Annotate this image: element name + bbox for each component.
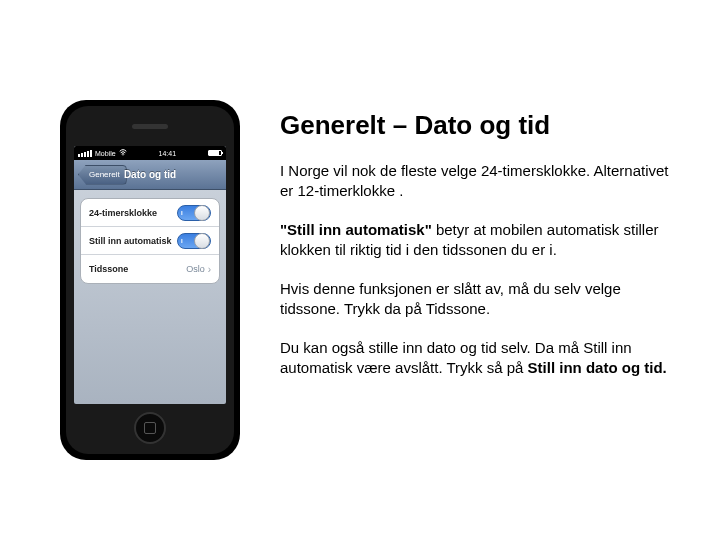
signal-icon bbox=[78, 150, 92, 157]
back-button[interactable]: Generelt bbox=[78, 165, 127, 185]
paragraph-4: Du kan også stille inn dato og tid selv.… bbox=[280, 338, 670, 377]
row-24-hour-clock[interactable]: 24-timersklokke I bbox=[81, 199, 219, 227]
carrier-label: Mobile bbox=[95, 150, 116, 157]
wifi-icon bbox=[119, 149, 127, 157]
nav-bar: Generelt Dato og tid bbox=[74, 160, 226, 190]
toggle-knob bbox=[194, 205, 210, 221]
toggle-auto[interactable]: I bbox=[177, 233, 211, 249]
toggle-knob bbox=[194, 233, 210, 249]
row-timezone[interactable]: Tidssone Oslo › bbox=[81, 255, 219, 283]
paragraph-3: Hvis denne funksjonen er slått av, må du… bbox=[280, 279, 670, 318]
p4-bold: Still inn dato og tid. bbox=[528, 359, 667, 376]
paragraph-2: "Still inn automatisk" betyr at mobilen … bbox=[280, 220, 670, 259]
battery-icon bbox=[208, 150, 222, 156]
phone-bezel: Mobile 14:41 Generelt Dato og tid bbox=[66, 106, 234, 454]
paragraph-1: I Norge vil nok de fleste velge 24-timer… bbox=[280, 161, 670, 200]
text-column: Generelt – Dato og tid I Norge vil nok d… bbox=[280, 60, 690, 510]
row-label: Tidssone bbox=[89, 264, 128, 274]
settings-group: 24-timersklokke I Still inn automatisk I bbox=[80, 198, 220, 284]
phone-screen: Mobile 14:41 Generelt Dato og tid bbox=[74, 146, 226, 404]
row-set-automatically[interactable]: Still inn automatisk I bbox=[81, 227, 219, 255]
row-value: Oslo bbox=[186, 264, 205, 274]
p2-bold: "Still inn automatisk" bbox=[280, 221, 432, 238]
phone-frame: Mobile 14:41 Generelt Dato og tid bbox=[60, 100, 240, 460]
status-time: 14:41 bbox=[159, 150, 177, 157]
page-title: Generelt – Dato og tid bbox=[280, 110, 670, 141]
status-bar: Mobile 14:41 bbox=[74, 146, 226, 160]
back-button-label: Generelt bbox=[89, 170, 120, 179]
phone-speaker bbox=[132, 124, 168, 129]
toggle-24-hour[interactable]: I bbox=[177, 205, 211, 221]
row-label: 24-timersklokke bbox=[89, 208, 157, 218]
home-button[interactable] bbox=[134, 412, 166, 444]
row-label: Still inn automatisk bbox=[89, 236, 172, 246]
toggle-on-indicator: I bbox=[181, 210, 183, 216]
chevron-right-icon: › bbox=[208, 264, 211, 275]
slide: Mobile 14:41 Generelt Dato og tid bbox=[0, 0, 720, 540]
nav-title: Dato og tid bbox=[124, 169, 176, 180]
toggle-on-indicator: I bbox=[181, 238, 183, 244]
